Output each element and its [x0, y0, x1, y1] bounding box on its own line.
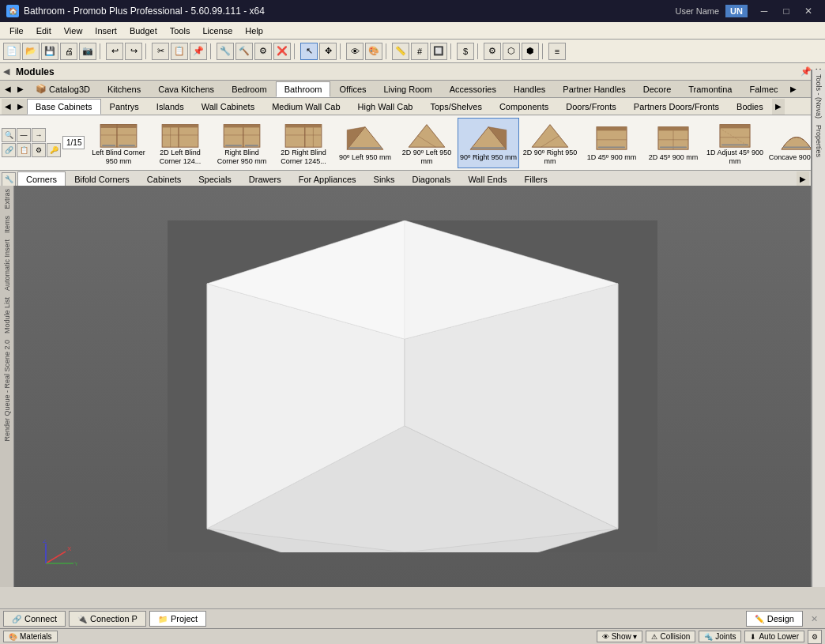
menu-tools[interactable]: Tools: [164, 24, 197, 37]
items-tb-4[interactable]: 🔗: [2, 143, 16, 157]
item-2d-90-left-950[interactable]: 2D 90º Left 950 mm: [396, 118, 458, 168]
filter-sinks[interactable]: Sinks: [365, 171, 404, 187]
bottom-settings[interactable]: ⚙: [808, 630, 822, 644]
cat-tab-bedroom[interactable]: Bedroom: [223, 81, 276, 97]
right-tab-properties[interactable]: Properties: [814, 122, 823, 160]
item-right-blind-corner[interactable]: Right Blind Corner 950 mm: [211, 118, 273, 168]
menu-view[interactable]: View: [58, 24, 89, 37]
tb-redo[interactable]: ↪: [125, 43, 142, 60]
subcat-next-arrow[interactable]: ▶: [14, 99, 27, 115]
subcat-tab-base-cabinets[interactable]: Base Cabinets: [27, 99, 101, 115]
tb-print[interactable]: 🖨: [60, 43, 77, 60]
minimize-button[interactable]: ─: [754, 4, 774, 18]
filter-appliances[interactable]: For Appliances: [290, 171, 365, 187]
subcat-tab-wall-cabinets[interactable]: Wall Cabinets: [193, 99, 263, 115]
cat-tab-partner-handles[interactable]: Partner Handles: [554, 81, 635, 97]
subcat-more-arrow[interactable]: ▶: [772, 99, 785, 115]
menu-edit[interactable]: Edit: [30, 24, 58, 37]
subcat-tab-islands[interactable]: Islands: [148, 99, 193, 115]
cat-tab-decore[interactable]: Decore: [635, 81, 680, 97]
items-tb-1[interactable]: 🔍: [2, 128, 16, 142]
subcat-prev-arrow[interactable]: ◀: [2, 99, 14, 115]
tb-cut[interactable]: ✂: [152, 43, 169, 60]
filter-more-arrow[interactable]: ▶: [797, 171, 809, 187]
filter-diagonals[interactable]: Diagonals: [403, 171, 459, 187]
tb-grid[interactable]: #: [411, 43, 428, 60]
item-2d-left-blind-corner[interactable]: 2D Left Blind Corner 124...: [149, 118, 211, 168]
close-button[interactable]: ✕: [798, 4, 819, 18]
tb-camera[interactable]: 📷: [79, 43, 96, 60]
filter-corners[interactable]: Corners: [17, 171, 66, 187]
subcat-tab-tops[interactable]: Tops/Shelves: [421, 99, 490, 115]
tb-new[interactable]: 📄: [3, 43, 21, 60]
menu-budget[interactable]: Budget: [123, 24, 164, 37]
tb-copy[interactable]: 📋: [171, 43, 188, 60]
connect-btn[interactable]: 🔗 Connect: [3, 611, 66, 627]
tb-delete[interactable]: ❌: [273, 43, 291, 60]
cat-tab-handles[interactable]: Handles: [505, 81, 554, 97]
tb-view1[interactable]: 👁: [346, 43, 364, 60]
filter-wall-ends[interactable]: Wall Ends: [459, 171, 515, 187]
cat-tab-falmec[interactable]: Falmec: [741, 81, 787, 97]
filter-specials[interactable]: Specials: [190, 171, 240, 187]
tb-paste[interactable]: 📌: [190, 43, 207, 60]
tb-tool1[interactable]: 🔧: [217, 43, 234, 60]
cat-more-arrow[interactable]: ▶: [787, 81, 800, 97]
right-tab-tools[interactable]: Tools - (Nova): [814, 71, 823, 122]
filter-drawers[interactable]: Drawers: [240, 171, 290, 187]
cat-tab-kitchens[interactable]: Kitchens: [99, 81, 149, 97]
tb-measure[interactable]: 📏: [392, 43, 409, 60]
menu-insert[interactable]: Insert: [89, 24, 123, 37]
tb-move[interactable]: ✥: [319, 43, 337, 60]
cat-tab-catalog3d[interactable]: 📦Catalog3D: [27, 81, 99, 97]
left-tab-items[interactable]: Items: [2, 213, 12, 236]
subcat-tab-components[interactable]: Components: [491, 99, 557, 115]
item-2d-45-900[interactable]: 2D 45º 900 mm: [642, 118, 704, 168]
cat-next-arrow[interactable]: ▶: [14, 81, 27, 97]
items-tb-5[interactable]: 📋: [17, 143, 31, 157]
left-tab-module-list[interactable]: Module List: [2, 294, 12, 337]
filter-tools-btn[interactable]: 🔧: [2, 172, 16, 186]
maximize-button[interactable]: □: [776, 4, 797, 18]
cat-tab-offices[interactable]: Offices: [330, 81, 375, 97]
item-90-right-950[interactable]: 90º Right 950 mm: [458, 118, 519, 168]
subcat-tab-doors[interactable]: Doors/Fronts: [557, 99, 625, 115]
project-btn[interactable]: 📁 Project: [149, 611, 206, 627]
tb-extra1[interactable]: ⬡: [503, 43, 520, 60]
cat-tab-living[interactable]: Living Room: [375, 81, 441, 97]
tb-extra2[interactable]: ⬢: [522, 43, 539, 60]
status-close[interactable]: ✕: [806, 611, 822, 627]
items-tb-2[interactable]: —: [17, 128, 31, 142]
item-90-left-950[interactable]: 90º Left 950 mm: [334, 118, 396, 168]
items-tb-7[interactable]: 🔑: [47, 143, 61, 157]
item-1d-45-900[interactable]: 1D 45º 900 mm: [581, 118, 642, 168]
tb-select[interactable]: ↖: [300, 43, 318, 60]
collision-btn[interactable]: ⚠ Collision: [646, 631, 695, 642]
item-2d-90-right-950[interactable]: 2D 90º Right 950 mm: [519, 118, 581, 168]
joints-btn[interactable]: 🔩 Joints: [699, 631, 741, 642]
main-viewport[interactable]: X Y Z: [14, 186, 811, 587]
cat-prev-arrow[interactable]: ◀: [2, 81, 14, 97]
item-2d-right-blind-corner[interactable]: 2D Right Blind Corner 1245...: [273, 118, 334, 168]
show-btn[interactable]: 👁 Show ▾: [597, 631, 643, 642]
subcat-tab-medium-wall[interactable]: Medium Wall Cab: [263, 99, 348, 115]
tb-tool2[interactable]: 🔨: [235, 43, 253, 60]
filter-bifold-corners[interactable]: Bifold Corners: [66, 171, 138, 187]
items-tb-3[interactable]: →: [32, 128, 46, 142]
cat-tab-cava[interactable]: Cava Kitchens: [149, 81, 223, 97]
tb-undo[interactable]: ↩: [106, 43, 123, 60]
subcat-tab-high-wall[interactable]: High Wall Cab: [349, 99, 422, 115]
connection-p-btn[interactable]: 🔌 Conection P: [69, 611, 146, 627]
cat-tab-accessories[interactable]: Accessories: [441, 81, 505, 97]
filter-fillers[interactable]: Fillers: [515, 171, 556, 187]
tb-render[interactable]: 🎨: [365, 43, 382, 60]
tb-open[interactable]: 📂: [22, 43, 40, 60]
left-tab-render-queue[interactable]: Render Queue - Real Scene 2.0: [2, 337, 12, 445]
menu-license[interactable]: License: [196, 24, 239, 37]
item-1d-adjust-45[interactable]: 1D Adjust 45º 900 mm: [704, 118, 766, 168]
subcat-tab-pantrys[interactable]: Pantrys: [101, 99, 148, 115]
tb-extra3[interactable]: ≡: [548, 43, 566, 60]
subcat-tab-bodies[interactable]: Bodies: [728, 99, 772, 115]
item-left-blind-corner[interactable]: Left Blind Corner 950 mm: [88, 118, 149, 168]
filter-cabinets[interactable]: Cabinets: [138, 171, 190, 187]
